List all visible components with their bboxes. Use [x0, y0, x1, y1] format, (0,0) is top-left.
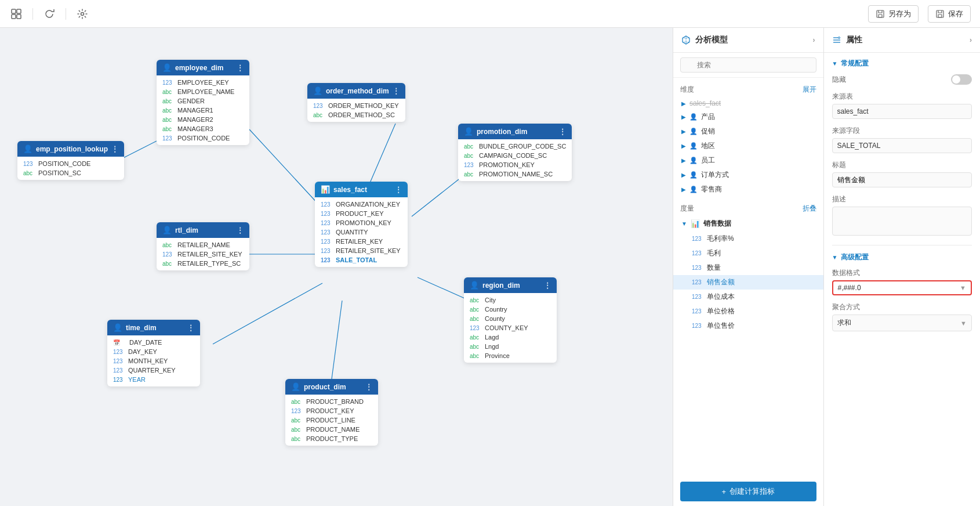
aggregate-row: 聚合方式 求和 ▼ — [832, 302, 972, 331]
svg-line-16 — [331, 301, 342, 388]
table-menu-time[interactable]: ⋮ — [187, 324, 194, 332]
model-panel-header: 分析模型 › — [673, 28, 823, 53]
table-menu-rtl[interactable]: ⋮ — [237, 226, 244, 234]
source-table-value: sales_fact — [832, 104, 972, 119]
dim-item-retailer[interactable]: ▶ 👤 零售商 — [673, 182, 823, 197]
hide-toggle[interactable] — [951, 74, 972, 85]
source-field-value: SALE_TOTAL — [832, 138, 972, 153]
source-table-label: 来源表 — [832, 92, 972, 102]
right-panels: 分析模型 › 🔍 维度 展开 ▶ sales_fact — [673, 28, 980, 506]
props-panel-title: 属性 — [846, 35, 862, 45]
dim-item-promotion[interactable]: ▶ 👤 促销 — [673, 124, 823, 139]
model-panel-title: 分析模型 — [695, 35, 728, 45]
svg-line-15 — [213, 283, 322, 344]
table-name-rtl: rtl_dim — [175, 226, 233, 234]
dim-section-header: 维度 展开 — [673, 82, 823, 97]
measure-quantity[interactable]: 123 数量 — [673, 261, 823, 275]
dim-item-product[interactable]: ▶ 👤 产品 — [673, 110, 823, 124]
save-as-label: 另存为 — [888, 9, 911, 19]
create-metric-button[interactable]: + 创建计算指标 — [680, 482, 816, 501]
table-name-product: product_dim — [304, 383, 362, 391]
model-collapse-btn[interactable]: › — [813, 36, 815, 44]
divider-1 — [32, 8, 33, 20]
props-icon — [832, 35, 841, 45]
settings-icon[interactable] — [75, 7, 89, 21]
table-emp-position-lookup[interactable]: 👤 emp_position_lookup ⋮ 123 POSITION_COD… — [17, 141, 124, 180]
table-menu-product[interactable]: ⋮ — [365, 383, 372, 391]
source-field-label: 来源字段 — [832, 126, 972, 136]
source-table-row: 来源表 sales_fact — [832, 92, 972, 119]
svg-rect-7 — [937, 10, 943, 17]
aggregate-select[interactable]: 求和 ▼ — [832, 315, 972, 331]
measure-gross[interactable]: 123 毛利 — [673, 246, 823, 261]
dim-item-region[interactable]: ▶ 👤 地区 — [673, 139, 823, 153]
desc-textarea[interactable] — [832, 207, 972, 236]
measure-unit-cost[interactable]: 123 单位成本 — [673, 290, 823, 304]
dim-item-sales-fact[interactable]: ▶ sales_fact — [673, 97, 823, 110]
table-name-region: region_dim — [482, 281, 540, 290]
canvas[interactable]: 👤 emp_position_lookup ⋮ 123 POSITION_COD… — [0, 28, 673, 506]
model-panel: 分析模型 › 🔍 维度 展开 ▶ sales_fact — [673, 28, 824, 506]
svg-rect-6 — [879, 15, 882, 17]
general-section-title: ▼ 常规配置 — [832, 59, 972, 68]
svg-rect-1 — [17, 9, 21, 13]
data-format-dropdown-icon: ▼ — [960, 284, 966, 291]
svg-rect-0 — [12, 9, 16, 13]
table-menu-emp-position[interactable]: ⋮ — [111, 145, 118, 153]
table-employee-dim[interactable]: 👤 employee_dim ⋮ 123EMPLOYEE_KEY abcEMPL… — [157, 60, 249, 145]
search-box: 🔍 — [673, 53, 823, 78]
title-label: 标题 — [832, 160, 972, 170]
data-format-value: #,###.0 — [838, 284, 960, 292]
grid-icon[interactable] — [9, 7, 23, 21]
svg-rect-8 — [938, 15, 942, 17]
desc-row: 描述 — [832, 194, 972, 238]
save-as-button[interactable]: 另存为 — [868, 5, 919, 23]
measure-group-sales[interactable]: ▼ 📊 销售数据 — [673, 216, 823, 232]
svg-line-9 — [119, 141, 157, 160]
table-menu-employee[interactable]: ⋮ — [237, 64, 244, 72]
measure-unit-price[interactable]: 123 单位价格 — [673, 304, 823, 319]
save-label: 保存 — [948, 9, 963, 19]
table-order-method-dim[interactable]: 👤 order_method_dim ⋮ 123ORDER_METHOD_KEY… — [307, 83, 405, 122]
section-divider — [832, 245, 972, 245]
table-menu-promotion[interactable]: ⋮ — [559, 128, 566, 136]
table-name-order-method: order_method_dim — [326, 87, 389, 95]
desc-label: 描述 — [832, 194, 972, 204]
table-region-dim[interactable]: 👤 region_dim ⋮ abcCity abcCountry abcCou… — [464, 277, 557, 363]
measure-gross-rate[interactable]: 123 毛利率% — [673, 232, 823, 246]
table-name-sales-fact: sales_fact — [333, 186, 391, 194]
dim-item-employee[interactable]: ▶ 👤 员工 — [673, 153, 823, 168]
hide-toggle-row: 隐藏 — [832, 74, 972, 85]
save-button[interactable]: 保存 — [928, 5, 971, 23]
measure-section-header: 度量 折叠 — [673, 201, 823, 216]
dim-label: 维度 — [680, 85, 694, 95]
aggregate-dropdown-icon: ▼ — [960, 320, 967, 327]
table-menu-sales-fact[interactable]: ⋮ — [395, 186, 402, 194]
advanced-section-title: ▼ 高级配置 — [832, 252, 972, 262]
table-menu-order-method[interactable]: ⋮ — [393, 87, 400, 95]
field-position-sc: abc POSITION_SC — [17, 168, 124, 178]
props-panel: 属性 › ▼ 常规配置 隐藏 来源表 sales_fac — [824, 28, 980, 506]
table-product-dim[interactable]: 👤 product_dim ⋮ abcPRODUCT_BRAND 123PROD… — [285, 379, 378, 446]
table-name-time: time_dim — [126, 324, 184, 332]
dim-item-order-method[interactable]: ▶ 👤 订单方式 — [673, 168, 823, 182]
measure-label: 度量 — [680, 204, 694, 214]
measure-sale-total[interactable]: 123 销售金额 — [673, 275, 823, 290]
advanced-section-label: 高级配置 — [841, 252, 869, 262]
table-menu-region[interactable]: ⋮ — [544, 281, 551, 290]
table-promotion-dim[interactable]: 👤 promotion_dim ⋮ abcBUNDLE_GROUP_CODE_S… — [458, 124, 572, 181]
measure-collapse-btn[interactable]: 折叠 — [803, 204, 816, 214]
search-input[interactable] — [680, 57, 816, 73]
props-collapse-btn[interactable]: › — [970, 36, 972, 44]
data-format-label: 数据格式 — [832, 268, 972, 278]
dim-expand-btn[interactable]: 展开 — [803, 85, 816, 95]
refresh-icon[interactable] — [42, 7, 56, 21]
general-section-label: 常规配置 — [841, 59, 869, 68]
title-input[interactable] — [832, 172, 972, 187]
data-format-select[interactable]: #,###.0 ▼ — [832, 280, 972, 295]
table-sales-fact[interactable]: 📊 sales_fact ⋮ 123ORGANIZATION_KEY 123PR… — [315, 182, 408, 267]
main-area: 👤 emp_position_lookup ⋮ 123 POSITION_COD… — [0, 28, 980, 506]
table-rtl-dim[interactable]: 👤 rtl_dim ⋮ abcRETAILER_NAME 123RETAILER… — [157, 222, 249, 270]
measure-unit-sale[interactable]: 123 单位售价 — [673, 319, 823, 333]
table-time-dim[interactable]: 👤 time_dim ⋮ 📅DAY_DATE 123DAY_KEY 123MON… — [107, 320, 200, 386]
